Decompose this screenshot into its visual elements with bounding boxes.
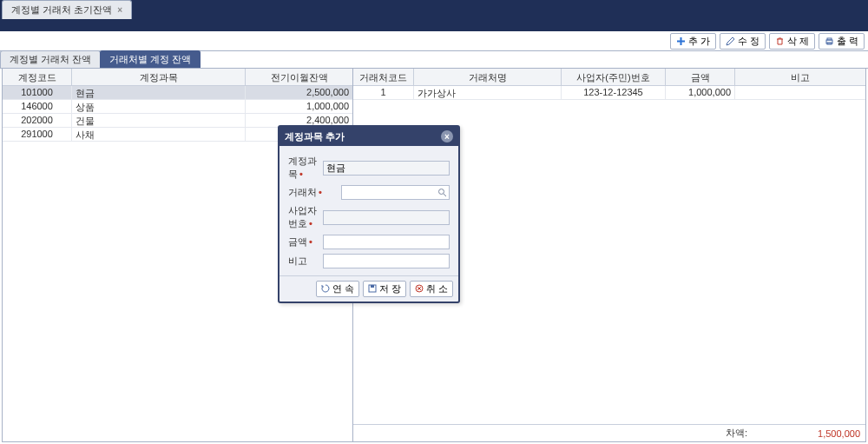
cancel-button[interactable]: 취 소 bbox=[410, 281, 453, 297]
col-account-code: 계정코드 bbox=[3, 69, 72, 85]
cell-pname: 가가상사 bbox=[414, 86, 562, 99]
pencil-icon bbox=[726, 36, 735, 46]
continue-button[interactable]: 연 속 bbox=[316, 281, 359, 297]
cell-code: 291000 bbox=[3, 128, 72, 141]
cell-bizno: 123-12-12345 bbox=[562, 86, 666, 99]
partner-label: 거래처• bbox=[288, 186, 336, 199]
cell-bal: 2,500,000 bbox=[246, 86, 352, 99]
subtab-partner-account-balance[interactable]: 거래처별 계정 잔액 bbox=[100, 50, 201, 68]
refresh-icon bbox=[321, 284, 330, 295]
left-grid-header: 계정코드 계정과목 전기이월잔액 bbox=[3, 69, 352, 86]
partner-field[interactable] bbox=[341, 185, 450, 200]
close-icon[interactable]: × bbox=[441, 130, 453, 142]
svg-line-4 bbox=[444, 194, 446, 196]
cell-name: 현금 bbox=[72, 86, 246, 99]
cell-name: 상품 bbox=[72, 100, 246, 113]
save-label: 저 장 bbox=[379, 282, 401, 295]
subtab-account-partner-balance[interactable]: 계정별 거래처 잔액 bbox=[0, 50, 101, 68]
bizno-label: 사업자번호• bbox=[288, 204, 318, 230]
print-button[interactable]: 출 력 bbox=[819, 33, 865, 50]
save-button[interactable]: 저 장 bbox=[363, 281, 406, 297]
top-tabbar: 계정별 거래처 초기잔액 × bbox=[0, 0, 868, 19]
cell-code: 146000 bbox=[3, 100, 72, 113]
field-row-partner: 거래처• bbox=[288, 185, 450, 200]
field-row-account: 계정과목• bbox=[288, 155, 450, 181]
delete-button[interactable]: 삭 제 bbox=[769, 33, 815, 50]
table-row[interactable]: 146000 상품 1,000,000 bbox=[3, 100, 352, 114]
cell-name: 사채 bbox=[72, 128, 246, 141]
right-grid-header: 거래처코드 거래처명 사업자(주민)번호 금액 비고 bbox=[353, 69, 865, 86]
right-grid-footer: 차액: 1,500,000 bbox=[353, 424, 865, 441]
table-row[interactable]: 101000 현금 2,500,000 bbox=[3, 86, 352, 100]
cell-code: 101000 bbox=[3, 86, 72, 99]
search-icon[interactable] bbox=[436, 186, 448, 198]
col-amount: 금액 bbox=[666, 69, 735, 85]
svg-rect-1 bbox=[827, 38, 832, 40]
table-row[interactable]: 1 가가상사 123-12-12345 1,000,000 bbox=[353, 86, 865, 100]
col-account-name: 계정과목 bbox=[72, 69, 246, 85]
top-tab-label: 계정별 거래처 초기잔액 bbox=[11, 3, 112, 17]
cell-amount: 1,000,000 bbox=[666, 86, 735, 99]
cell-remark bbox=[735, 86, 865, 99]
modal-body: 계정과목• 거래처• 사업자번호• 금액• 비고 bbox=[279, 146, 458, 275]
cancel-icon bbox=[415, 284, 424, 295]
subtab-label: 거래처별 계정 잔액 bbox=[109, 53, 191, 66]
remark-field[interactable] bbox=[323, 254, 450, 268]
difference-label: 차액: bbox=[726, 427, 747, 440]
field-row-bizno: 사업자번호• bbox=[288, 204, 450, 230]
subtab-bar: 계정별 거래처 잔액 거래처별 계정 잔액 bbox=[0, 51, 868, 69]
col-partner-name: 거래처명 bbox=[414, 69, 562, 85]
amount-label: 금액• bbox=[288, 235, 318, 249]
edit-button[interactable]: 수 정 bbox=[720, 33, 766, 50]
delete-button-label: 삭 제 bbox=[787, 35, 809, 48]
toolbar: 추 가 수 정 삭 제 출 력 bbox=[0, 31, 868, 51]
modal-footer: 연 속 저 장 취 소 bbox=[279, 275, 458, 302]
cell-name: 건물 bbox=[72, 114, 246, 127]
plus-icon bbox=[676, 36, 686, 46]
col-prev-balance: 전기이월잔액 bbox=[246, 69, 352, 85]
modal-titlebar[interactable]: 계정과목 추가 × bbox=[279, 127, 458, 146]
top-tab-account-balance[interactable]: 계정별 거래처 초기잔액 × bbox=[2, 0, 132, 19]
account-field[interactable] bbox=[323, 161, 450, 176]
remark-label: 비고 bbox=[288, 255, 318, 268]
cancel-label: 취 소 bbox=[426, 282, 448, 295]
col-remark: 비고 bbox=[735, 69, 865, 85]
bizno-field[interactable] bbox=[323, 210, 450, 225]
field-row-remark: 비고 bbox=[288, 254, 450, 268]
subtab-label: 계정별 거래처 잔액 bbox=[10, 53, 91, 66]
svg-point-3 bbox=[438, 189, 444, 194]
top-navy-strip bbox=[0, 19, 868, 31]
trash-icon bbox=[775, 36, 785, 46]
difference-value: 1,500,000 bbox=[782, 428, 860, 439]
cell-pcode: 1 bbox=[353, 86, 414, 99]
amount-field[interactable] bbox=[323, 235, 450, 249]
col-partner-code: 거래처코드 bbox=[353, 69, 414, 85]
disk-icon bbox=[368, 284, 377, 295]
account-label: 계정과목• bbox=[288, 155, 318, 181]
edit-button-label: 수 정 bbox=[738, 35, 760, 48]
field-row-amount: 금액• bbox=[288, 235, 450, 249]
cell-code: 202000 bbox=[3, 114, 72, 127]
add-button-label: 추 가 bbox=[688, 35, 710, 48]
add-account-modal: 계정과목 추가 × 계정과목• 거래처• 사업자번호• 금액• 비고 bbox=[278, 125, 460, 303]
col-bizno: 사업자(주민)번호 bbox=[562, 69, 666, 85]
svg-rect-6 bbox=[371, 285, 374, 288]
close-icon[interactable]: × bbox=[117, 5, 122, 15]
cell-bal: 1,000,000 bbox=[246, 100, 352, 113]
print-button-label: 출 력 bbox=[837, 35, 858, 48]
continue-label: 연 속 bbox=[332, 282, 354, 295]
modal-title-text: 계정과목 추가 bbox=[285, 130, 345, 143]
printer-icon bbox=[825, 36, 834, 46]
add-button[interactable]: 추 가 bbox=[670, 33, 716, 50]
